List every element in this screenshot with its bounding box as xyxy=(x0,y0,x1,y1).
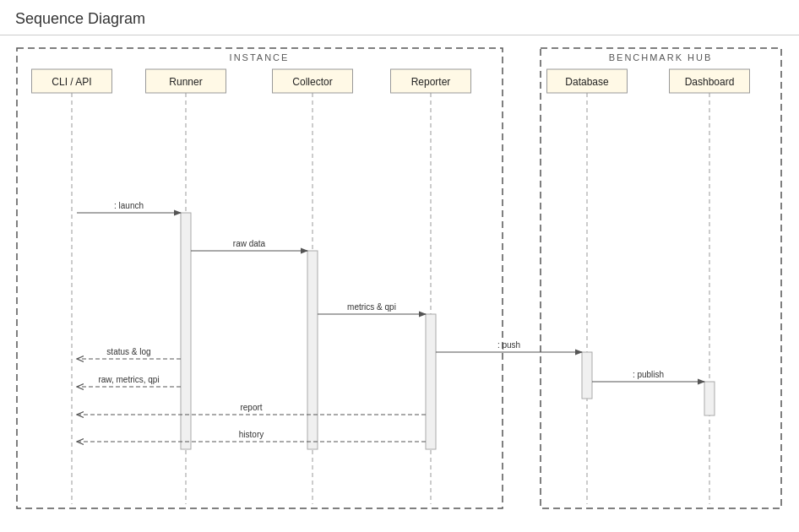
svg-text:CLI / API: CLI / API xyxy=(52,76,91,88)
svg-text:Database: Database xyxy=(565,76,609,88)
svg-rect-22 xyxy=(181,213,191,449)
svg-text:Dashboard: Dashboard xyxy=(685,76,735,88)
svg-text:history: history xyxy=(239,430,264,439)
svg-text:: publish: : publish xyxy=(633,370,664,379)
svg-text:Collector: Collector xyxy=(292,76,332,88)
svg-text:INSTANCE: INSTANCE xyxy=(230,52,290,62)
sequence-diagram: INSTANCEBENCHMARK HUBCLI / APIRunnerColl… xyxy=(0,35,799,525)
page-title: Sequence Diagram xyxy=(0,0,799,35)
svg-rect-1 xyxy=(541,48,781,508)
svg-text:Reporter: Reporter xyxy=(411,76,451,88)
svg-text:: push: : push xyxy=(497,340,520,350)
svg-rect-23 xyxy=(307,251,318,449)
svg-text:Runner: Runner xyxy=(169,76,202,88)
svg-rect-25 xyxy=(582,352,592,399)
svg-text:BENCHMARK HUB: BENCHMARK HUB xyxy=(609,52,713,62)
page: Sequence Diagram INSTANCEBENCHMARK HUBCL… xyxy=(0,0,799,532)
svg-text:metrics & qpi: metrics & qpi xyxy=(347,302,396,312)
svg-rect-24 xyxy=(426,314,436,449)
diagram-area: INSTANCEBENCHMARK HUBCLI / APIRunnerColl… xyxy=(0,35,799,525)
svg-rect-26 xyxy=(704,382,715,415)
svg-text:report: report xyxy=(240,403,262,412)
svg-text:status & log: status & log xyxy=(106,347,150,356)
svg-text:raw, metrics, qpi: raw, metrics, qpi xyxy=(98,375,159,384)
svg-text:: launch: : launch xyxy=(114,201,144,210)
svg-text:raw data: raw data xyxy=(233,239,266,248)
